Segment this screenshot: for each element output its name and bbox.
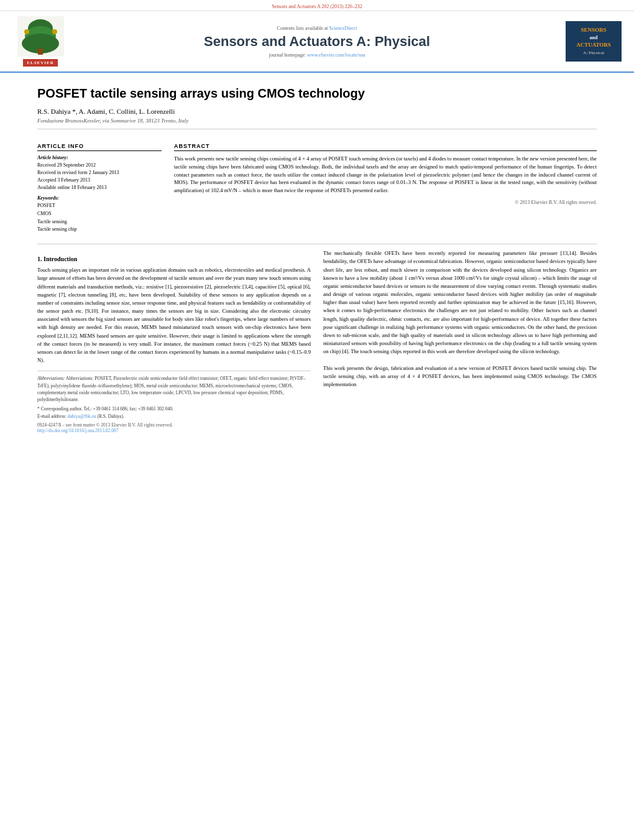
sensors-actuators-logo: SENSORS and ACTUATORS A: Physical: [566, 21, 622, 62]
keyword-4: Tactile sensing chip: [37, 226, 162, 234]
article-affiliation: Fondazione BrunossKessler, via Sommarive…: [37, 118, 597, 129]
keywords-label: Keywords:: [37, 195, 162, 201]
journal-reference-bar: Sensors and Actuators A 202 (2013) 226–2…: [0, 0, 634, 11]
abstract-heading: ABSTRACT: [174, 143, 597, 151]
copyright-footer-1: 0924-4247/$ – see front matter © 2013 El…: [37, 422, 597, 428]
copyright-footer-2: http://dx.doi.org/10.1016/j.sna.2013.02.…: [37, 428, 597, 433]
body-right-text: The mechanically flexible OFETs have bee…: [323, 249, 597, 389]
footnote-email: E-mail address: dahiya@fbk.eu (R.S. Dahi…: [37, 413, 311, 420]
article-meta-row: ARTICLE INFO Article history: Received 2…: [0, 143, 634, 234]
svg-point-6: [52, 29, 57, 34]
article-authors: R.S. Dahiya *, A. Adami, C. Collini, L. …: [37, 108, 597, 115]
body-left-column: 1. Introduction Touch sensing plays an i…: [37, 249, 311, 420]
keyword-1: POSFET: [37, 202, 162, 210]
article-body: 1. Introduction Touch sensing plays an i…: [0, 249, 634, 420]
copyright-line: © 2013 Elsevier B.V. All rights reserved…: [174, 200, 597, 205]
keyword-2: CMOS: [37, 210, 162, 218]
journal-homepage: journal homepage: www.elsevier.com/locat…: [68, 52, 566, 58]
divider: [37, 244, 597, 244]
accepted-date: Accepted 3 February 2013: [37, 177, 162, 184]
history-label: Article history:: [37, 155, 162, 160]
elsevier-tree-icon: [17, 16, 64, 57]
article-header: POSFET tactile sensing arrays using CMOS…: [0, 73, 634, 143]
keyword-3: Tactile sensing: [37, 218, 162, 226]
keyword-list: POSFET CMOS Tactile sensing Tactile sens…: [37, 202, 162, 234]
footnote-abbreviations: Abbreviations: Abbreviations: POSFET, Pi…: [37, 375, 311, 403]
copyright-footer: 0924-4247/$ – see front matter © 2013 El…: [0, 420, 634, 436]
section1-heading: 1. Introduction: [37, 256, 311, 262]
contents-available-line: Contents lists available at ScienceDirec…: [68, 25, 566, 31]
available-date: Available online 18 February 2013: [37, 184, 162, 192]
received-revised-date: Received in revised form 2 January 2013: [37, 169, 162, 177]
homepage-link[interactable]: www.elsevier.com/locate/sna: [307, 52, 365, 58]
journal-title-center: Contents lists available at ScienceDirec…: [68, 25, 566, 58]
page: Sensors and Actuators A 202 (2013) 226–2…: [0, 0, 634, 840]
svg-rect-4: [38, 48, 43, 55]
email-link[interactable]: dahiya@fbk.eu: [68, 413, 96, 419]
doi-link[interactable]: http://dx.doi.org/10.1016/j.sna.2013.02.…: [37, 428, 119, 433]
body-right-column: The mechanically flexible OFETs have bee…: [323, 249, 597, 420]
received-date-1: Received 29 September 2012: [37, 162, 162, 169]
abstract-section: ABSTRACT This work presents new tactile …: [174, 143, 597, 234]
journal-reference: Sensors and Actuators A 202 (2013) 226–2…: [272, 4, 362, 9]
article-title: POSFET tactile sensing arrays using CMOS…: [37, 85, 597, 101]
elsevier-badge: ELSEVIER: [23, 59, 57, 67]
svg-point-5: [24, 29, 29, 34]
body-left-text: Touch sensing plays an important role in…: [37, 266, 311, 364]
article-info-heading: ARTICLE INFO: [37, 143, 162, 151]
abstract-text: This work presents new tactile sensing c…: [174, 155, 597, 195]
logo-sub: A: Physical: [568, 50, 619, 57]
journal-name: Sensors and Actuators A: Physical: [68, 34, 566, 50]
footnote-section: Abbreviations: Abbreviations: POSFET, Pi…: [37, 371, 311, 420]
sciencedirect-link[interactable]: ScienceDirect: [329, 25, 357, 31]
footnote-corresponding: * Corresponding author. Tel.: +39 0461 3…: [37, 405, 311, 412]
elsevier-logo: ELSEVIER: [12, 16, 68, 67]
journal-header: ELSEVIER Contents lists available at Sci…: [0, 11, 634, 73]
article-info-section: ARTICLE INFO Article history: Received 2…: [37, 143, 162, 234]
